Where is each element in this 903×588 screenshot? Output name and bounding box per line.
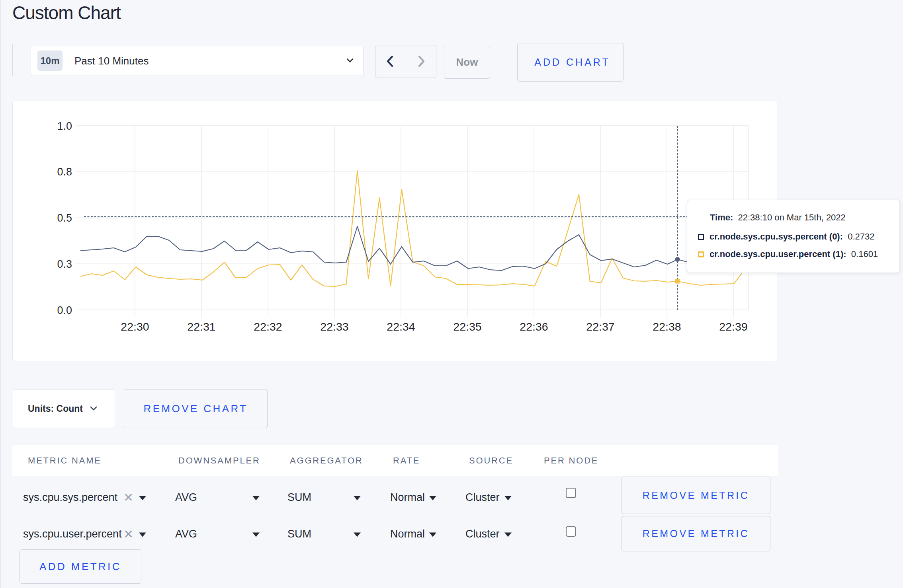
svg-text:0.5: 0.5 — [57, 212, 72, 224]
svg-text:22:38: 22:38 — [653, 320, 681, 333]
svg-text:22:34: 22:34 — [387, 320, 415, 333]
svg-text:22:32: 22:32 — [254, 320, 282, 333]
svg-text:22:39: 22:39 — [719, 320, 747, 333]
svg-text:22:30: 22:30 — [121, 320, 149, 333]
svg-text:0.8: 0.8 — [57, 166, 72, 178]
svg-text:0.0: 0.0 — [57, 304, 72, 316]
svg-text:22:31: 22:31 — [187, 320, 215, 333]
svg-text:22:37: 22:37 — [586, 320, 614, 333]
svg-text:22:35: 22:35 — [453, 320, 481, 333]
svg-text:22:33: 22:33 — [320, 320, 348, 333]
svg-text:1.0: 1.0 — [57, 120, 72, 132]
svg-text:0.3: 0.3 — [57, 258, 72, 270]
svg-text:22:36: 22:36 — [520, 320, 548, 333]
